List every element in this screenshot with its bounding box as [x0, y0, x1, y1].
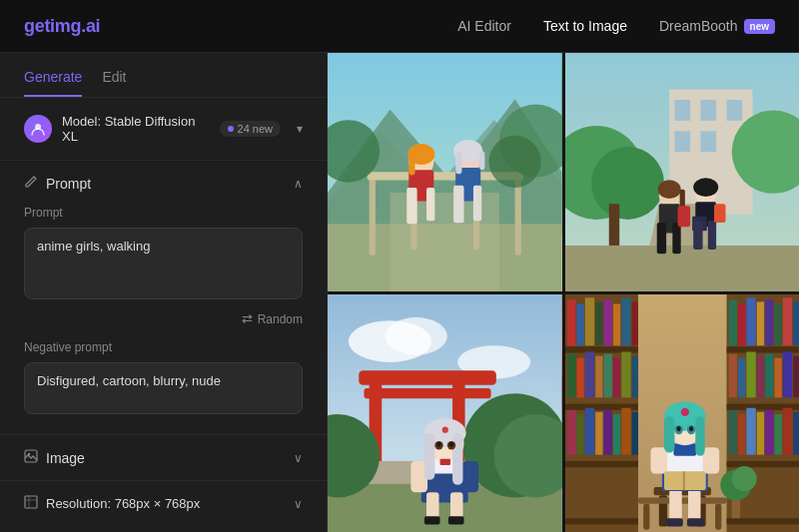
svg-rect-76	[448, 516, 464, 524]
image-grid-container	[328, 53, 799, 532]
svg-rect-116	[612, 414, 619, 455]
svg-rect-152	[643, 503, 649, 529]
resolution-chevron-icon: ∨	[294, 497, 303, 511]
badge-dot	[228, 126, 234, 132]
svg-rect-164	[650, 447, 667, 473]
prompt-section-header[interactable]: Prompt ∧	[0, 161, 327, 206]
svg-rect-36	[700, 131, 716, 152]
tab-generate[interactable]: Generate	[24, 69, 82, 97]
prompt-field-label: Prompt	[24, 206, 303, 220]
svg-rect-139	[793, 355, 799, 397]
svg-rect-169	[695, 416, 704, 456]
generated-image-3[interactable]	[328, 294, 562, 533]
prompt-section-title: Prompt	[24, 175, 91, 192]
svg-rect-56	[714, 204, 725, 223]
logo-accent: .ai	[81, 16, 100, 36]
svg-point-59	[385, 317, 447, 355]
svg-rect-118	[631, 411, 637, 454]
header: getimg.ai AI Editor Text to Image DreamB…	[0, 0, 799, 53]
model-avatar	[24, 115, 52, 143]
generated-image-2[interactable]	[565, 53, 800, 291]
nav-text-to-image[interactable]: Text to Image	[543, 18, 627, 34]
svg-rect-165	[702, 447, 719, 473]
svg-rect-159	[666, 518, 683, 526]
model-badge: 24 new	[220, 121, 281, 137]
svg-rect-9	[370, 172, 376, 255]
svg-rect-74	[450, 492, 463, 518]
resolution-section[interactable]: Resolution: 768px × 768px ∨	[0, 481, 327, 526]
svg-rect-42	[565, 246, 800, 291]
prompt-content: Prompt anime girls, walking ⇄ Random Neg…	[0, 206, 327, 434]
svg-rect-23	[473, 186, 481, 221]
svg-rect-140	[728, 409, 736, 454]
nav-ai-editor[interactable]: AI Editor	[457, 18, 511, 34]
generated-image-4[interactable]	[565, 294, 800, 533]
svg-rect-124	[728, 299, 736, 345]
svg-rect-48	[679, 190, 684, 209]
prompt-section: Prompt ∧ Prompt anime girls, walking ⇄ R…	[0, 161, 327, 435]
svg-point-85	[436, 441, 440, 446]
svg-rect-125	[738, 303, 745, 345]
svg-rect-176	[682, 471, 684, 490]
svg-rect-78	[461, 460, 478, 491]
svg-rect-145	[774, 414, 781, 455]
svg-rect-35	[674, 131, 690, 152]
svg-point-173	[689, 425, 693, 430]
svg-rect-147	[793, 411, 799, 454]
logo-text: getimg	[24, 16, 81, 36]
svg-rect-107	[603, 353, 611, 397]
svg-rect-144	[765, 409, 773, 454]
model-selector[interactable]: Model: Stable Diffusion XL 24 new ▾	[0, 98, 327, 161]
negative-prompt-input[interactable]: Disfigured, cartoon, blurry, nude	[24, 362, 303, 414]
svg-rect-49	[677, 206, 690, 227]
svg-rect-133	[738, 357, 745, 397]
nav-dreambooth: DreamBooth	[659, 18, 738, 34]
svg-rect-73	[426, 492, 439, 518]
svg-rect-82	[452, 432, 462, 484]
svg-rect-64	[364, 387, 490, 397]
svg-rect-46	[672, 223, 680, 254]
svg-point-87	[442, 426, 448, 432]
svg-rect-8	[391, 193, 499, 290]
svg-rect-153	[715, 503, 721, 529]
svg-rect-100	[612, 303, 619, 345]
svg-rect-110	[631, 355, 637, 397]
svg-rect-111	[567, 409, 575, 454]
svg-rect-141	[738, 414, 745, 455]
generated-image-1[interactable]	[328, 53, 562, 291]
svg-rect-115	[603, 409, 611, 454]
svg-point-29	[489, 136, 541, 188]
svg-rect-32	[674, 100, 690, 121]
tab-edit[interactable]: Edit	[102, 69, 126, 97]
svg-rect-136	[765, 353, 773, 397]
svg-rect-54	[707, 221, 715, 250]
svg-point-38	[591, 147, 664, 220]
svg-rect-81	[424, 432, 434, 479]
svg-rect-53	[693, 221, 702, 250]
svg-rect-19	[408, 155, 414, 176]
random-button[interactable]: ⇄ Random	[24, 311, 303, 326]
random-label: Random	[258, 312, 303, 326]
svg-point-156	[731, 466, 756, 491]
model-label: Model: Stable Diffusion XL	[62, 114, 210, 144]
svg-point-55	[693, 178, 718, 197]
svg-rect-142	[746, 407, 755, 454]
svg-rect-168	[664, 416, 674, 452]
sidebar-tabs: Generate Edit	[0, 53, 327, 98]
image-grid	[328, 53, 799, 532]
svg-rect-126	[746, 297, 755, 345]
svg-rect-128	[765, 299, 773, 345]
svg-rect-96	[576, 303, 583, 345]
svg-rect-102	[631, 301, 637, 345]
nav-dreambooth-wrap[interactable]: DreamBooth new	[659, 18, 775, 34]
prompt-input[interactable]: anime girls, walking	[24, 228, 303, 299]
image-section[interactable]: Image ∨	[0, 435, 327, 481]
svg-rect-39	[608, 204, 618, 246]
badge-count: 24 new	[238, 123, 273, 135]
svg-rect-104	[576, 357, 583, 397]
svg-rect-34	[726, 100, 742, 121]
svg-rect-146	[782, 407, 791, 454]
svg-rect-112	[576, 414, 583, 455]
svg-rect-134	[746, 351, 755, 397]
svg-rect-160	[686, 518, 703, 526]
